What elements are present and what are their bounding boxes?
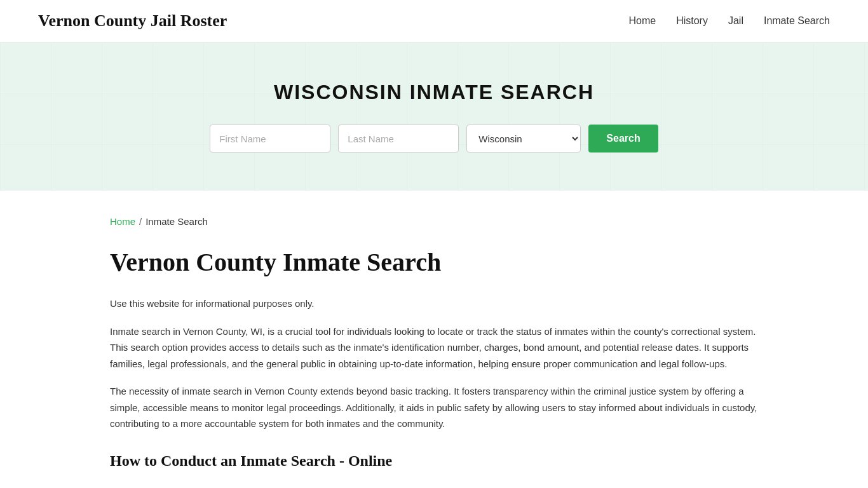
- last-name-input[interactable]: [338, 125, 459, 152]
- main-content: Home / Inmate Search Vernon County Inmat…: [72, 191, 796, 488]
- breadcrumb: Home / Inmate Search: [110, 216, 758, 227]
- breadcrumb-current: Inmate Search: [146, 216, 208, 227]
- nav-history[interactable]: History: [676, 15, 708, 27]
- nav-jail[interactable]: Jail: [728, 15, 743, 27]
- paragraph-1: Inmate search in Vernon County, WI, is a…: [110, 323, 758, 372]
- disclaimer-text: Use this website for informational purpo…: [110, 295, 758, 312]
- state-select[interactable]: WisconsinAlabamaAlaskaArizonaArkansasCal…: [466, 125, 581, 152]
- search-form: WisconsinAlabamaAlaskaArizonaArkansasCal…: [13, 125, 855, 152]
- breadcrumb-home[interactable]: Home: [110, 216, 135, 227]
- page-title: Vernon County Inmate Search: [110, 247, 758, 278]
- first-name-input[interactable]: [210, 125, 330, 152]
- nav-inmate-search[interactable]: Inmate Search: [764, 15, 830, 27]
- site-header: Vernon County Jail Roster Home History J…: [0, 0, 868, 43]
- search-button[interactable]: Search: [588, 125, 658, 152]
- breadcrumb-separator: /: [139, 216, 142, 227]
- paragraph-2: The necessity of inmate search in Vernon…: [110, 383, 758, 432]
- nav-home[interactable]: Home: [628, 15, 656, 27]
- hero-title: WISCONSIN INMATE SEARCH: [13, 81, 855, 104]
- section-heading-online: How to Conduct an Inmate Search - Online: [110, 452, 758, 470]
- hero-banner: WISCONSIN INMATE SEARCH WisconsinAlabama…: [0, 43, 868, 191]
- site-title: Vernon County Jail Roster: [38, 11, 227, 30]
- main-nav: Home History Jail Inmate Search: [628, 15, 830, 27]
